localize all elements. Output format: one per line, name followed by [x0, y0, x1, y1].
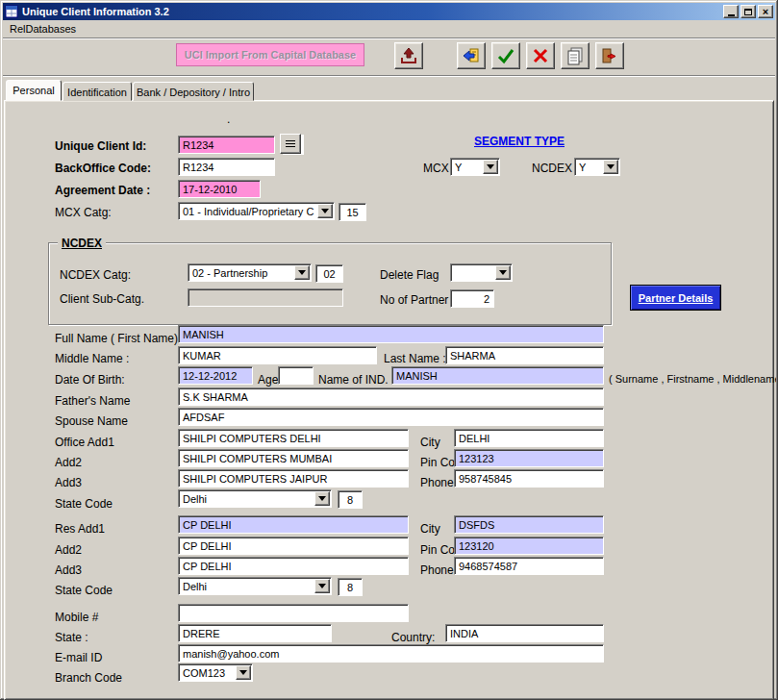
office-add1-label: Office Add1: [55, 436, 114, 449]
ncdex-catg-select[interactable]: 02 - Partnership: [188, 263, 312, 282]
segment-mcx-select[interactable]: Y: [450, 158, 500, 176]
unique-client-id-field[interactable]: R1234: [178, 136, 275, 154]
spouse-name-label: Spouse Name: [55, 414, 128, 428]
agreement-date-label: Agreement Date :: [55, 184, 150, 197]
res-state-code-select[interactable]: Delhi: [178, 577, 332, 595]
mcx-catg-value: 01 - Individual/Proprietary C: [179, 206, 317, 217]
tab-bank-depository-intro[interactable]: Bank / Depository / Intro: [133, 82, 254, 101]
chevron-down-icon[interactable]: [603, 160, 618, 174]
backoffice-code-field[interactable]: R1234: [178, 158, 275, 176]
dob-field[interactable]: 12-12-2012: [178, 366, 253, 385]
tab-identification[interactable]: Identification: [63, 82, 132, 101]
dot-label: .: [227, 112, 230, 126]
dob-label: Date Of Birth:: [55, 373, 125, 387]
res-add2-field[interactable]: CP DELHI: [178, 537, 409, 555]
res-add3-label: Add3: [55, 563, 82, 577]
res-state-code-number-field[interactable]: 8: [338, 578, 363, 596]
segment-type-title: SEGMENT TYPE: [462, 135, 577, 148]
close-button[interactable]: ×: [758, 5, 773, 18]
cancel-icon: [531, 46, 550, 65]
tab-personal[interactable]: Personal: [6, 80, 62, 101]
ncdex-groupbox: [48, 242, 612, 325]
res-phone-label: Phone: [420, 563, 454, 577]
client-sub-catg-label: Client Sub-Catg.: [60, 292, 144, 306]
office-state-code-value: Delhi: [179, 493, 314, 505]
menu-reldatabases[interactable]: RelDatabases: [3, 21, 83, 37]
agreement-date-field[interactable]: 17-12-2010: [178, 180, 261, 198]
maximize-button[interactable]: [740, 5, 756, 18]
client-id-lookup-button[interactable]: [280, 134, 301, 154]
chevron-down-icon[interactable]: [236, 665, 251, 680]
last-name-field[interactable]: SHARMA: [445, 346, 604, 364]
chevron-down-icon[interactable]: [314, 579, 330, 593]
age-field[interactable]: [278, 366, 314, 385]
office-state-code-label: State Code: [55, 497, 113, 511]
office-add2-label: Add2: [55, 456, 82, 469]
mcx-catg-code-field[interactable]: 15: [339, 203, 366, 221]
res-add1-field[interactable]: CP DELHI: [178, 515, 409, 534]
office-add3-field[interactable]: SHILPI COMPUTERS JAIPUR: [178, 469, 409, 488]
cancel-button[interactable]: [526, 42, 555, 69]
res-pin-field[interactable]: 123120: [454, 537, 604, 555]
fathers-name-field[interactable]: S.K SHARMA: [178, 388, 604, 406]
window-title: Unique Client Information 3.2: [22, 6, 721, 17]
ncdex-catg-code-field[interactable]: 02: [315, 264, 343, 283]
full-name-field[interactable]: MANISH: [178, 325, 604, 343]
country-field[interactable]: INDIA: [445, 624, 604, 642]
close-icon: ×: [763, 7, 768, 16]
minimize-icon: [728, 14, 735, 16]
office-add1-field[interactable]: SHILPI COMPUTERS DELHI: [178, 429, 409, 447]
spouse-name-field[interactable]: AFDSAF: [178, 408, 604, 426]
exit-button[interactable]: [595, 42, 624, 69]
report-button[interactable]: [561, 42, 590, 69]
name-of-ind-field[interactable]: MANISH: [391, 366, 604, 385]
chevron-down-icon[interactable]: [314, 491, 330, 506]
state-field[interactable]: DRERE: [178, 624, 332, 642]
export-button[interactable]: [394, 42, 423, 69]
delete-flag-select[interactable]: [450, 263, 513, 282]
no-of-partner-field[interactable]: 2: [450, 289, 494, 308]
chevron-down-icon[interactable]: [483, 160, 498, 174]
branch-code-select[interactable]: COM123: [178, 663, 253, 682]
office-add2-field[interactable]: SHILPI COMPUTERS MUMBAI: [178, 449, 409, 467]
full-name-label: Full Name ( First Name) :: [55, 332, 185, 345]
menubar: RelDatabases: [3, 20, 775, 38]
mobile-field[interactable]: [178, 604, 409, 622]
office-state-code-number-field[interactable]: 8: [338, 490, 363, 509]
email-field[interactable]: manish@yahoo.com: [178, 644, 604, 662]
confirm-button[interactable]: [491, 42, 520, 69]
office-pin-field[interactable]: 123123: [454, 449, 604, 467]
exit-icon: [600, 46, 619, 65]
name-of-ind-label: Name of IND.: [318, 373, 389, 387]
mcx-catg-select[interactable]: 01 - Individual/Proprietary C: [178, 202, 335, 220]
res-state-code-label: State Code: [55, 584, 113, 597]
import-doc-button[interactable]: [457, 42, 486, 69]
segment-ncdex-value: Y: [575, 162, 603, 173]
res-add2-label: Add2: [55, 543, 82, 557]
res-city-label: City: [420, 522, 440, 536]
export-icon: [399, 46, 418, 65]
chevron-down-icon[interactable]: [495, 265, 511, 280]
partner-details-button[interactable]: Partner Details: [630, 285, 721, 311]
mcx-catg-label: MCX Catg:: [55, 206, 112, 219]
office-city-field[interactable]: DELHI: [454, 429, 604, 447]
office-add3-label: Add3: [55, 476, 82, 489]
office-phone-field[interactable]: 958745845: [454, 469, 604, 488]
segment-ncdex-select[interactable]: Y: [574, 158, 620, 176]
res-city-field[interactable]: DSFDS: [454, 515, 604, 534]
res-phone-field[interactable]: 9468574587: [454, 557, 604, 575]
chevron-down-icon[interactable]: [294, 265, 310, 280]
fathers-name-label: Father's Name: [55, 394, 130, 408]
segment-mcx-label: MCX: [423, 162, 449, 175]
middle-name-field[interactable]: KUMAR: [178, 346, 377, 364]
client-sub-catg-field: [188, 288, 343, 307]
delete-flag-label: Delete Flag: [380, 268, 439, 282]
mobile-label: Mobile #: [55, 611, 98, 624]
chevron-down-icon[interactable]: [317, 204, 333, 218]
branch-code-value: COM123: [179, 667, 236, 679]
minimize-button[interactable]: [723, 5, 739, 18]
titlebar: Unique Client Information 3.2 ×: [3, 3, 775, 20]
uci-import-button[interactable]: UCI Import From Capital Database: [176, 43, 364, 66]
res-add3-field[interactable]: CP DELHI: [178, 557, 409, 575]
office-state-code-select[interactable]: Delhi: [178, 489, 332, 508]
